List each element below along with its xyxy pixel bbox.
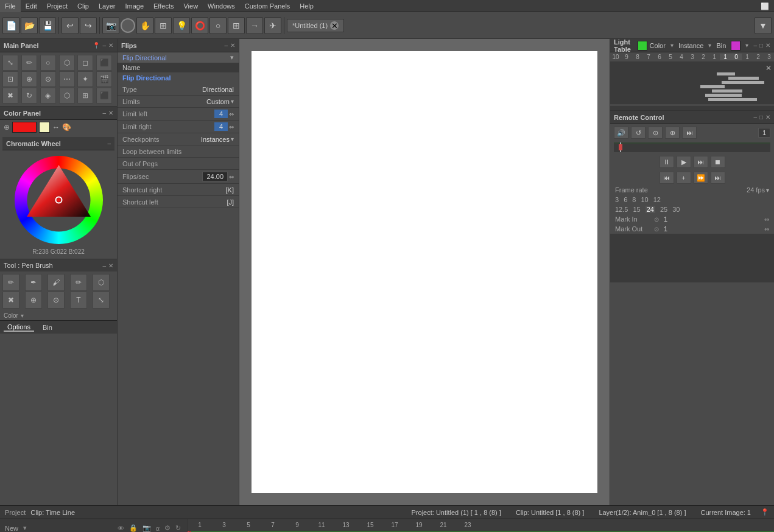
menu-layer[interactable]: Layer: [94, 0, 121, 12]
tool-polygon[interactable]: ⬡: [59, 55, 75, 71]
lt-restore[interactable]: □: [759, 42, 763, 49]
lt-bin-color-box[interactable]: [731, 41, 741, 51]
rc-loop-btn[interactable]: ↺: [631, 127, 646, 139]
foreground-color-swatch[interactable]: [12, 122, 37, 133]
lt-bin-expand[interactable]: ▾: [745, 42, 748, 49]
fps-3[interactable]: 3: [615, 196, 619, 203]
rc-stop-btn[interactable]: ⏹: [711, 156, 725, 168]
brush-tool-8[interactable]: ⊙: [47, 292, 65, 309]
flips-minimize[interactable]: –: [224, 42, 228, 49]
tool-lasso[interactable]: ⋯: [59, 71, 75, 87]
tool-warp[interactable]: ◈: [40, 88, 56, 103]
tl-location-icon[interactable]: 📍: [761, 508, 769, 516]
rc-close[interactable]: ✕: [765, 114, 770, 121]
layer-lock-icon[interactable]: 🔒: [129, 524, 138, 532]
tool-extra1[interactable]: ⊞: [77, 88, 93, 103]
open-btn[interactable]: 📂: [21, 17, 38, 34]
rc-play-btn[interactable]: ▶: [677, 156, 691, 168]
menu-windows[interactable]: Windows: [203, 0, 240, 12]
swap-colors-icon[interactable]: ↔: [52, 123, 60, 131]
flip-directional-expand[interactable]: ▾: [230, 54, 234, 61]
flip-fps-value[interactable]: 24.00: [202, 172, 228, 181]
brush-tool-6[interactable]: ✖: [2, 292, 19, 309]
window-maximize[interactable]: ⬜: [756, 0, 774, 12]
fps-6[interactable]: 6: [624, 196, 627, 203]
brush-tool-4[interactable]: ✏: [70, 274, 87, 291]
rc-last-btn[interactable]: ⏭: [711, 172, 725, 184]
hand-btn[interactable]: ✋: [136, 17, 153, 34]
eyedropper-icon[interactable]: ⊕: [4, 123, 10, 131]
fps-12.5[interactable]: 12.5: [615, 206, 628, 213]
menu-project[interactable]: Project: [42, 0, 72, 12]
rc-restore[interactable]: □: [759, 114, 763, 121]
lt-color-expand[interactable]: ▾: [670, 42, 674, 49]
lt-num-active-0[interactable]: 0: [731, 54, 742, 60]
rc-add-btn[interactable]: +: [677, 172, 691, 184]
tool-transform[interactable]: ✦: [77, 71, 93, 87]
menu-custom-panels[interactable]: Custom Panels: [240, 0, 295, 12]
color-wheel[interactable]: [12, 153, 106, 247]
arrow-btn[interactable]: →: [246, 17, 263, 34]
checkpoints-expand[interactable]: ▾: [231, 136, 234, 142]
rc-speaker-btn[interactable]: 🔊: [614, 127, 628, 139]
lt-x-btn[interactable]: ✕: [765, 64, 772, 72]
redo-btn[interactable]: ↪: [80, 17, 97, 34]
color-picker-icon[interactable]: 🎨: [62, 123, 71, 131]
lasso-btn[interactable]: ⭕: [191, 17, 208, 34]
undo-btn[interactable]: ↩: [62, 17, 79, 34]
tool-circle-sel[interactable]: ⊙: [40, 71, 56, 87]
tool-extra2[interactable]: ⬛: [96, 88, 112, 103]
layer-settings-icon[interactable]: ⚙: [164, 524, 171, 532]
limit-right-arrows[interactable]: ⇔: [229, 124, 234, 130]
menu-effects[interactable]: Effects: [149, 0, 178, 12]
lt-close[interactable]: ✕: [765, 42, 770, 49]
options-tab[interactable]: Options: [4, 323, 34, 332]
rc-onion-btn[interactable]: ⊙: [648, 127, 663, 139]
chromatic-wheel-minimize[interactable]: –: [107, 140, 111, 147]
mark-in-arrows[interactable]: ⇔: [764, 216, 769, 223]
light-btn[interactable]: 💡: [173, 17, 190, 34]
send-btn[interactable]: ✈: [264, 17, 281, 34]
fps-expand[interactable]: ▾: [766, 187, 769, 194]
brush-tool-2[interactable]: ✒: [25, 274, 42, 291]
tool-panel-close[interactable]: ✕: [108, 262, 113, 269]
grid-btn[interactable]: ⊞: [228, 17, 245, 34]
tool-bone[interactable]: ✖: [2, 88, 18, 103]
tool-movie[interactable]: 🎬: [96, 71, 112, 87]
fps-10[interactable]: 10: [641, 196, 648, 203]
tool-eraser[interactable]: ◻: [77, 55, 93, 71]
limit-left-value[interactable]: 4: [214, 110, 228, 118]
doc-close-btn[interactable]: ✕: [330, 21, 339, 30]
panel-location-icon[interactable]: 📍: [93, 42, 100, 49]
brush-tool-10[interactable]: ⤡: [93, 292, 110, 309]
fps-25[interactable]: 25: [660, 206, 667, 213]
drawing-canvas[interactable]: [252, 51, 597, 493]
tool-zoom[interactable]: ⬡: [59, 88, 75, 103]
layer-alpha-icon[interactable]: α: [156, 525, 160, 532]
tool-color-expand[interactable]: ▾: [21, 312, 24, 319]
tool-pen[interactable]: ✏: [21, 55, 37, 71]
fps-30[interactable]: 30: [672, 206, 680, 213]
rc-prev-frame-btn[interactable]: ⏮: [660, 172, 674, 184]
limit-left-arrows[interactable]: ⇔: [229, 111, 234, 117]
fps-8[interactable]: 8: [632, 196, 636, 203]
menu-view[interactable]: View: [178, 0, 203, 12]
bin-tab[interactable]: Bin: [39, 324, 56, 331]
color-wheel-btn[interactable]: [121, 18, 135, 33]
tool-rect-sel[interactable]: ⊡: [2, 71, 18, 87]
color-panel-minimize[interactable]: –: [102, 110, 106, 116]
fps-12[interactable]: 12: [653, 196, 661, 203]
rc-minimize[interactable]: –: [753, 114, 757, 121]
expand-btn[interactable]: ▼: [755, 17, 772, 34]
fps-24[interactable]: 24: [646, 206, 655, 213]
rc-frame-number[interactable]: 1: [758, 128, 770, 138]
flip-directional-row[interactable]: Flip Directional ▾: [118, 52, 239, 63]
menu-help[interactable]: Help: [295, 0, 318, 12]
new-layer-expand[interactable]: ▾: [23, 524, 27, 532]
rc-skip-btn[interactable]: ⏭: [682, 127, 697, 139]
layer-camera-icon[interactable]: 📷: [142, 524, 151, 532]
mark-out-icon[interactable]: ⊙: [654, 226, 659, 233]
tool-panel-minimize[interactable]: –: [102, 262, 106, 269]
tool-ellipse[interactable]: ○: [40, 55, 56, 71]
lt-instance-expand[interactable]: ▾: [708, 42, 711, 49]
